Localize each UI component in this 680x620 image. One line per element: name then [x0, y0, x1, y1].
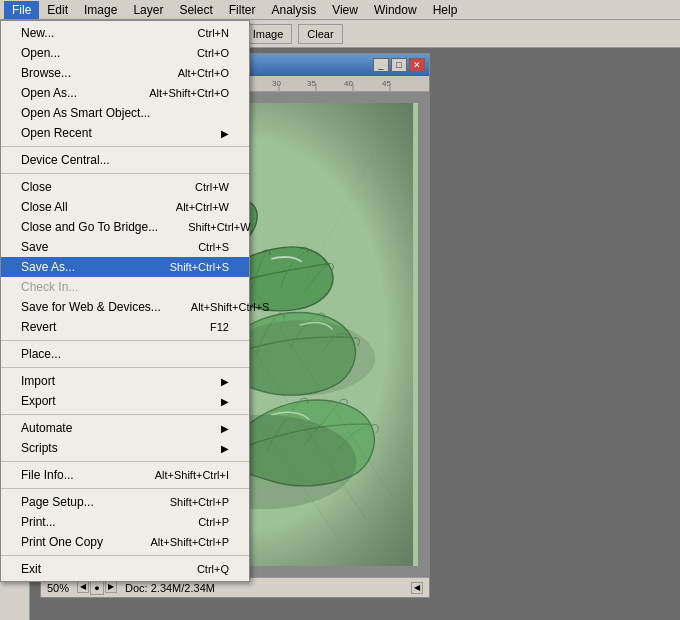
menu-item-check-in: Check In... — [1, 277, 249, 297]
close-button[interactable]: ✕ — [409, 58, 425, 72]
separator-6 — [1, 461, 249, 462]
menu-item-new[interactable]: New... Ctrl+N — [1, 23, 249, 43]
menu-item-exit[interactable]: Exit Ctrl+Q — [1, 559, 249, 579]
menu-help[interactable]: Help — [425, 1, 466, 19]
window-controls: _ □ ✕ — [373, 58, 425, 72]
file-dropdown-menu: New... Ctrl+N Open... Ctrl+O Browse... A… — [0, 20, 250, 582]
menu-bar: File Edit Image Layer Select Filter Anal… — [0, 0, 680, 20]
menu-item-close[interactable]: Close Ctrl+W — [1, 177, 249, 197]
menu-item-scripts[interactable]: Scripts ▶ — [1, 438, 249, 458]
menu-layer[interactable]: Layer — [125, 1, 171, 19]
doc-size: Doc: 2.34M/2.34M — [125, 582, 215, 594]
status-circle[interactable]: ● — [90, 581, 104, 595]
minimize-button[interactable]: _ — [373, 58, 389, 72]
separator-8 — [1, 555, 249, 556]
menu-item-device-central[interactable]: Device Central... — [1, 150, 249, 170]
menu-item-save[interactable]: Save Ctrl+S — [1, 237, 249, 257]
menu-item-revert[interactable]: Revert F12 — [1, 317, 249, 337]
menu-item-close-all[interactable]: Close All Alt+Ctrl+W — [1, 197, 249, 217]
maximize-button[interactable]: □ — [391, 58, 407, 72]
nav-next[interactable]: ▶ — [105, 581, 117, 593]
menu-item-export[interactable]: Export ▶ — [1, 391, 249, 411]
menu-item-open-recent[interactable]: Open Recent ▶ — [1, 123, 249, 143]
separator-3 — [1, 340, 249, 341]
svg-text:30: 30 — [272, 79, 281, 88]
nav-prev[interactable]: ◀ — [77, 581, 89, 593]
status-arrow-left[interactable]: ◀ — [411, 582, 423, 594]
menu-item-save-as[interactable]: Save As... Shift+Ctrl+S — [1, 257, 249, 277]
zoom-level: 50% — [47, 582, 69, 594]
zoom-stepper[interactable]: ◀ ● ▶ — [77, 581, 117, 595]
menu-item-print-one[interactable]: Print One Copy Alt+Shift+Ctrl+P — [1, 532, 249, 552]
separator-7 — [1, 488, 249, 489]
svg-text:40: 40 — [344, 79, 353, 88]
menu-analysis[interactable]: Analysis — [263, 1, 324, 19]
menu-item-open-smart[interactable]: Open As Smart Object... — [1, 103, 249, 123]
menu-item-import[interactable]: Import ▶ — [1, 371, 249, 391]
menu-item-automate[interactable]: Automate ▶ — [1, 418, 249, 438]
menu-filter[interactable]: Filter — [221, 1, 264, 19]
clear-button[interactable]: Clear — [298, 24, 342, 44]
menu-window[interactable]: Window — [366, 1, 425, 19]
menu-item-file-info[interactable]: File Info... Alt+Shift+Ctrl+I — [1, 465, 249, 485]
menu-item-save-web[interactable]: Save for Web & Devices... Alt+Shift+Ctrl… — [1, 297, 249, 317]
svg-text:35: 35 — [307, 79, 316, 88]
menu-view[interactable]: View — [324, 1, 366, 19]
separator-1 — [1, 146, 249, 147]
separator-2 — [1, 173, 249, 174]
menu-edit[interactable]: Edit — [39, 1, 76, 19]
menu-file[interactable]: File — [4, 1, 39, 19]
separator-4 — [1, 367, 249, 368]
menu-item-close-bridge[interactable]: Close and Go To Bridge... Shift+Ctrl+W — [1, 217, 249, 237]
menu-item-page-setup[interactable]: Page Setup... Shift+Ctrl+P — [1, 492, 249, 512]
menu-item-browse[interactable]: Browse... Alt+Ctrl+O — [1, 63, 249, 83]
menu-select[interactable]: Select — [171, 1, 220, 19]
menu-item-place[interactable]: Place... — [1, 344, 249, 364]
menu-item-open-as[interactable]: Open As... Alt+Shift+Ctrl+O — [1, 83, 249, 103]
menu-item-open[interactable]: Open... Ctrl+O — [1, 43, 249, 63]
menu-item-print[interactable]: Print... Ctrl+P — [1, 512, 249, 532]
menu-image[interactable]: Image — [76, 1, 125, 19]
separator-5 — [1, 414, 249, 415]
